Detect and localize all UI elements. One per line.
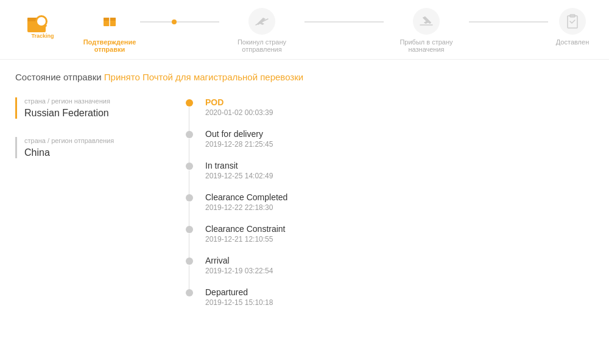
timeline-event: POD — [205, 97, 594, 107]
timeline-dot — [186, 257, 193, 265]
timeline-item: Departured2019-12-15 15:10:18 — [186, 287, 594, 307]
step-arrived-label: Прибыл в страну назначения — [387, 38, 466, 53]
step-arrived: Прибыл в страну назначения — [384, 8, 469, 53]
status-prefix: Состояние отправки — [15, 72, 102, 82]
step-left-label: Покинул страну отправления — [222, 38, 301, 53]
timeline-date: 2019-12-28 21:25:45 — [205, 140, 594, 149]
timeline-dot — [186, 226, 193, 233]
timeline-event: Clearance Constraint — [205, 224, 594, 234]
origin-block: страна / регион отправления China — [15, 137, 171, 158]
timeline-dot — [186, 99, 193, 107]
destination-block: страна / регион назначения Russian Feder… — [15, 97, 171, 119]
timeline-date: 2019-12-15 15:10:18 — [205, 298, 594, 307]
origin-value: China — [24, 147, 171, 158]
timeline-event: Arrival — [205, 256, 594, 265]
timeline-date: 2019-12-19 03:22:54 — [205, 267, 594, 275]
logo-text: Tracking — [12, 33, 73, 40]
timeline-dot — [186, 163, 193, 170]
timeline-info: Out for delivery2019-12-28 21:25:45 — [205, 129, 594, 149]
timeline-dot — [186, 289, 193, 296]
origin-label: страна / регион отправления — [24, 137, 171, 144]
timeline-event: Clearance Completed — [205, 192, 594, 202]
timeline-info: Arrival2019-12-19 03:22:54 — [205, 256, 594, 275]
timeline: POD2020-01-02 00:03:39Out for delivery20… — [183, 97, 594, 319]
timeline-info: Clearance Constraint2019-12-21 12:10:55 — [205, 224, 594, 243]
timeline-event: Out for delivery — [205, 129, 594, 139]
timeline-event: Departured — [205, 287, 594, 297]
step-sent: Подтверждение отправки — [79, 8, 140, 53]
timeline-info: Departured2019-12-15 15:10:18 — [205, 287, 594, 307]
timeline-date: 2019-12-25 14:02:49 — [205, 172, 594, 180]
timeline-info: Clearance Completed2019-12-22 22:18:30 — [205, 192, 594, 212]
timeline-date: 2019-12-21 12:10:55 — [205, 235, 594, 243]
status-bar: Состояние отправки Принято Почтой для ма… — [15, 72, 594, 82]
timeline-dot — [186, 131, 193, 138]
timeline-item: POD2020-01-02 00:03:39 — [186, 97, 594, 117]
timeline-info: POD2020-01-02 00:03:39 — [205, 97, 594, 117]
step-sent-label: Подтверждение отправки — [79, 38, 140, 53]
main-content: Состояние отправки Принято Почтой для ма… — [0, 60, 609, 331]
left-panel: страна / регион назначения Russian Feder… — [15, 97, 171, 319]
timeline-item: Out for delivery2019-12-28 21:25:45 — [186, 129, 594, 149]
logo: Tracking — [12, 5, 73, 40]
timeline-event: In transit — [205, 161, 594, 170]
status-highlight: Принято Почтой для магистральной перевоз… — [104, 72, 303, 82]
timeline-date: 2020-01-02 00:03:39 — [205, 108, 594, 117]
timeline-item: Arrival2019-12-19 03:22:54 — [186, 256, 594, 275]
timeline-info: In transit2019-12-25 14:02:49 — [205, 161, 594, 180]
step-delivered: Доставлен — [548, 8, 597, 46]
top-bar: Tracking Подтверждение отправки — [0, 0, 609, 60]
timeline-item: In transit2019-12-25 14:02:49 — [186, 161, 594, 180]
timeline-item: Clearance Completed2019-12-22 22:18:30 — [186, 192, 594, 212]
timeline-date: 2019-12-22 22:18:30 — [205, 203, 594, 212]
destination-label: страна / регион назначения — [24, 97, 171, 105]
destination-value: Russian Federation — [24, 108, 171, 119]
timeline-item: Clearance Constraint2019-12-21 12:10:55 — [186, 224, 594, 243]
tracking-steps: Подтверждение отправки Покинул страну от… — [79, 5, 597, 53]
step-delivered-label: Доставлен — [556, 38, 589, 46]
step-left: Покинул страну отправления — [219, 8, 304, 53]
timeline-dot — [186, 194, 193, 201]
